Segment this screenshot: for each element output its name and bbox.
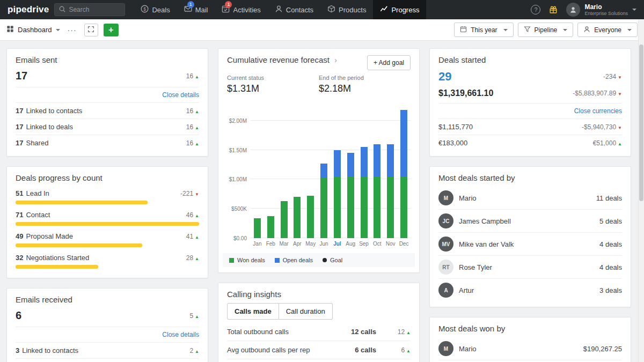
scrollbar-thumb[interactable] [639, 45, 643, 201]
trend-up-icon [406, 349, 411, 353]
emails-received-card: Emails received 6 5 Close details 3Linke… [6, 288, 208, 362]
avatar: M [438, 341, 453, 356]
person-row: RT Rose Tyler 4 deals [438, 255, 622, 278]
grid-icon [6, 25, 14, 34]
global-search[interactable] [54, 3, 125, 16]
owner-filter-value: Everyone [594, 26, 621, 34]
nav-label: Activities [233, 6, 260, 14]
pipeline-filter-value: Pipeline [535, 26, 558, 34]
calling-insights-card: Calling insights Calls made Call duratio… [218, 283, 420, 362]
person-row: JC James Campbell 5 deals [438, 209, 622, 232]
help-icon[interactable]: ? [531, 5, 540, 14]
add-goal-button[interactable]: + Add goal [367, 55, 411, 70]
trend-down-icon [618, 75, 622, 80]
contacts-icon [275, 5, 283, 14]
dashboard-toolbar: Dashboard ··· + This year Pipeline Every… [0, 19, 644, 41]
chevron-down-icon [503, 29, 508, 31]
nav-item-products[interactable]: Products [320, 0, 373, 19]
legend-won-deals[interactable]: Won deals [229, 257, 265, 263]
column-right: Deals started 29 -234 $1,319,661.10 -$5,… [429, 48, 631, 362]
nav-item-contacts[interactable]: Contacts [268, 0, 320, 19]
trend-up-icon [195, 349, 199, 354]
chevron-right-icon[interactable]: › [334, 56, 337, 64]
card-title: Calling insights [227, 290, 411, 299]
svg-text:$: $ [144, 6, 147, 12]
trend-down-icon [618, 125, 622, 130]
forecast-status: Current status $1.31M End of the period … [227, 75, 411, 94]
page-scrollbar [638, 20, 644, 362]
close-details-link[interactable]: Close details [16, 87, 199, 102]
most-deals-started-card: Most deals started by M Mario 11 deals J… [429, 166, 631, 307]
chart-y-axis: $2.00M$1.50M$1.00M$500K$0.00 [227, 103, 251, 238]
chart-bars: JanFebMarAprMayJunJulAugSepOctNovDec [251, 103, 411, 248]
funnel-icon [524, 26, 531, 34]
deals-started-amount: $1,319,661.10 [438, 88, 493, 98]
list-item: Total outbound calls 12 calls 12 [227, 323, 411, 341]
list-item: 17Linked to contacts 16 [16, 102, 199, 119]
trend-up-icon [195, 213, 199, 218]
dashboard-selector[interactable]: Dashboard [6, 25, 60, 34]
search-input[interactable] [69, 6, 118, 13]
goal-dot-icon [323, 258, 327, 262]
trend-up-icon [195, 142, 199, 146]
nav-item-activities[interactable]: 1 Activities [215, 0, 267, 19]
legend-open-deals[interactable]: Open deals [275, 257, 313, 263]
owner-filter-dropdown[interactable]: Everyone [577, 23, 638, 37]
avatar: RT [438, 260, 453, 275]
top-nav: pipedrive $ Deals 1 Mail 1 Activities Co… [0, 0, 644, 19]
more-options-button[interactable]: ··· [65, 26, 79, 34]
progress-icon [380, 5, 388, 14]
tab-call-duration[interactable]: Call duration [279, 303, 333, 320]
search-icon [59, 6, 65, 14]
user-company: Enterprise Solutions [584, 11, 628, 16]
list-item: 6Linked to deals 5 [16, 358, 199, 362]
trend-up-icon [195, 256, 199, 261]
nav-item-mail[interactable]: 1 Mail [177, 0, 215, 19]
pipedrive-logo: pipedrive [8, 4, 49, 15]
stage-progress-bar [16, 201, 148, 204]
user-info: Mario Enterprise Solutions [584, 3, 628, 16]
deals-started-count: 29 [438, 70, 451, 84]
trend-up-icon [195, 314, 199, 319]
legend-goal[interactable]: Goal [323, 257, 342, 263]
end-period-label: End of the period [319, 75, 411, 81]
stage-progress-bar [16, 243, 142, 247]
most-deals-won-card: Most deals won by M Mario $190,267.25 JC… [429, 317, 631, 362]
pipeline-filter-dropdown[interactable]: Pipeline [518, 23, 574, 37]
avatar: M [438, 190, 453, 205]
won-deals-swatch-icon [229, 258, 234, 263]
nav-item-progress[interactable]: Progress [373, 0, 426, 19]
tab-calls-made[interactable]: Calls made [227, 303, 279, 320]
stage-row: 71Contact 46 [16, 208, 199, 230]
emails-sent-count: 17 [16, 70, 27, 82]
current-status-value: $1.31M [227, 83, 319, 94]
column-left: Emails sent 17 16 Close details 17Linked… [6, 48, 208, 362]
trend-up-icon [618, 142, 622, 146]
nav-label: Deals [152, 6, 170, 14]
column-middle: Cumulative revenue forecast › + Add goal… [218, 48, 420, 362]
whats-new-gift-icon[interactable] [549, 5, 558, 14]
fullscreen-button[interactable] [84, 24, 98, 36]
trend-up-icon [195, 125, 199, 130]
add-report-button[interactable]: + [104, 24, 119, 36]
chevron-down-icon [632, 9, 636, 11]
list-item: 3Linked to contacts 2 [16, 342, 199, 358]
period-filter-dropdown[interactable]: This year [454, 23, 513, 37]
stage-progress-bar [16, 265, 98, 269]
card-title: Most deals started by [438, 173, 622, 182]
person-row: A Artur 3 deals [438, 278, 622, 301]
close-currencies-link[interactable]: Close currencies [438, 103, 622, 119]
user-menu[interactable]: Mario Enterprise Solutions [566, 3, 636, 17]
card-title: Cumulative revenue forecast [227, 55, 330, 64]
mail-badge: 1 [187, 1, 194, 8]
person-row: JC James Campbell $190,000 [438, 360, 622, 362]
summary-row: 17 16 [16, 69, 199, 87]
card-title: Emails received [16, 295, 199, 304]
person-row: M Mario 11 deals [438, 187, 622, 209]
close-details-link[interactable]: Close details [16, 327, 199, 342]
calling-tabs: Calls made Call duration [227, 303, 411, 320]
chevron-down-icon [563, 29, 567, 31]
list-item: Avg outbound calls per rep 6 calls 6 [227, 341, 411, 359]
revenue-forecast-card: Cumulative revenue forecast › + Add goal… [218, 48, 420, 273]
nav-item-deals[interactable]: $ Deals [134, 0, 177, 19]
